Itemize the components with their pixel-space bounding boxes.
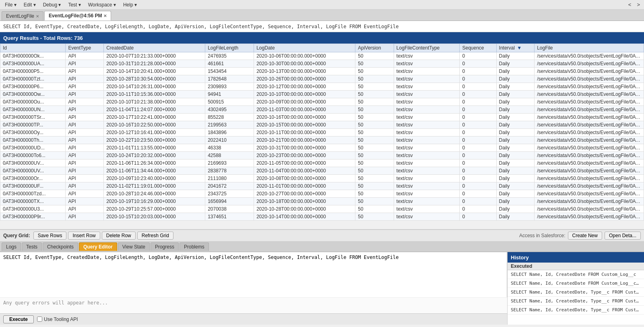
- table-row[interactable]: 0AT3H000000TX...API2020-10-19T10:16:29.0…: [0, 198, 644, 205]
- execute-button[interactable]: Execute: [3, 315, 34, 323]
- query-execute-bar: Execute Use Tooling API: [0, 313, 507, 325]
- tab-eventlogfile-time-close[interactable]: ✕: [103, 14, 107, 18]
- table-row[interactable]: 0AT3H000000TP...API2020-10-16T10:22:50.0…: [0, 121, 644, 129]
- table-row[interactable]: 0AT3H000000Or...API2020-10-09T10:23:40.0…: [0, 175, 644, 182]
- table-cell: 50: [355, 167, 394, 175]
- table-cell: Daily: [496, 114, 535, 121]
- tab-tests[interactable]: Tests: [22, 242, 42, 251]
- insert-row-button[interactable]: Insert Row: [68, 232, 100, 240]
- table-row[interactable]: 0AT3H000000UA...API2020-10-31T10:21:28.0…: [0, 60, 644, 68]
- table-cell: API: [66, 75, 104, 83]
- tab-problems[interactable]: Problems: [180, 242, 209, 251]
- table-row[interactable]: 0AT3H000000P6...API2020-10-14T10:26:31.0…: [0, 83, 644, 91]
- tab-eventlogfile-close[interactable]: ✕: [36, 14, 39, 19]
- col-createddate[interactable]: CreatedDate: [104, 44, 205, 52]
- table-row[interactable]: 0AT3H000000Oy...API2020-10-12T10:16:41.0…: [0, 129, 644, 137]
- table-cell: 2020-11-05T00:00:00.000+0000: [254, 159, 355, 167]
- table-cell: 46338: [205, 144, 254, 152]
- col-sequence[interactable]: Sequence: [460, 44, 496, 52]
- col-eventtype[interactable]: EventType: [66, 44, 104, 52]
- table-row[interactable]: 0AT3H000000P5...API2020-10-14T10:20:41.0…: [0, 68, 644, 75]
- menu-edit[interactable]: Edit ▾: [21, 1, 39, 8]
- tab-logs[interactable]: Logs: [2, 242, 21, 251]
- table-row[interactable]: 0AT3H000000UV...API2020-11-06T11:26:34.0…: [0, 159, 644, 167]
- table-cell: 2838778: [205, 167, 254, 175]
- col-id[interactable]: Id: [0, 44, 66, 52]
- table-row[interactable]: 0AT3H000000Ou...API2020-10-10T10:21:38.0…: [0, 98, 644, 106]
- query-section: SELECT Id, EventType, CreatedDate, LogFi…: [0, 252, 644, 325]
- table-cell: 2041672: [205, 182, 254, 190]
- menu-workspace[interactable]: Workspace ▾: [85, 1, 119, 8]
- results-header-text: Query Results - Total Rows: 736: [3, 35, 83, 41]
- table-cell: Daily: [496, 167, 535, 175]
- refresh-grid-button[interactable]: Refresh Grid: [137, 232, 173, 240]
- tab-eventlogfile-time[interactable]: EventLogFile@4:56 PM ✕: [44, 11, 111, 21]
- table-cell: /services/data/v50.0/sobjects/EventLogFi…: [535, 83, 644, 91]
- table-row[interactable]: 0AT3H000000UF...API2020-11-02T11:19:01.0…: [0, 182, 644, 190]
- table-row[interactable]: 0AT3H000000UN...API2020-11-04T11:24:07.0…: [0, 106, 644, 114]
- table-row[interactable]: 0AT3H000000Th...API2020-10-22T10:23:50.0…: [0, 137, 644, 144]
- table-cell: /services/data/v50.0/sobjects/EventLogFi…: [535, 167, 644, 175]
- col-interval[interactable]: Interval ▼: [496, 44, 535, 52]
- table-cell: 855228: [205, 114, 254, 121]
- history-item[interactable]: SELECT Name, Id, CreatedDate FROM Custom…: [508, 279, 644, 288]
- tab-progress[interactable]: Progress: [151, 242, 179, 251]
- tab-eventlogfile[interactable]: EventLogFile ✕: [2, 11, 43, 21]
- history-item[interactable]: SELECT Name, Id, CreatedDate, Type__c FR…: [508, 306, 644, 315]
- table-cell: Daily: [496, 121, 535, 129]
- menu-help[interactable]: Help ▾: [120, 1, 140, 8]
- table-cell: 1543454: [205, 68, 254, 75]
- table-cell: API: [66, 91, 104, 98]
- col-apiversion[interactable]: ApiVersion: [355, 44, 394, 52]
- table-row[interactable]: 0AT3H000000P9r...API2020-10-15T10:20:03.…: [0, 213, 644, 221]
- create-new-button[interactable]: Create New: [568, 232, 602, 240]
- table-cell: 2020-10-10T00:00:00.000+0000: [254, 91, 355, 98]
- open-detail-button[interactable]: Open Deta...: [605, 232, 641, 240]
- table-row[interactable]: 0AT3H000000UD...API2020-11-01T11:13:55.0…: [0, 144, 644, 152]
- table-cell: Daily: [496, 137, 535, 144]
- table-cell: API: [66, 190, 104, 198]
- tooling-api-label[interactable]: Use Tooling API: [37, 317, 78, 322]
- menu-test[interactable]: Test ▾: [65, 1, 84, 8]
- table-cell: 2020-10-16T00:00:00.000+0000: [254, 114, 355, 121]
- tab-checkpoints[interactable]: Checkpoints: [43, 242, 78, 251]
- col-logfile[interactable]: LogFile: [535, 44, 644, 52]
- table-cell: 0: [460, 182, 496, 190]
- table-row[interactable]: 0AT3H000000Tzt...API2020-10-28T10:30:54.…: [0, 75, 644, 83]
- col-logdate[interactable]: LogDate: [254, 44, 355, 52]
- table-cell: /services/data/v50.0/sobjects/EventLogFi…: [535, 205, 644, 213]
- history-item[interactable]: SELECT Name, Id, CreatedDate, Type__c FR…: [508, 297, 644, 306]
- table-cell: 0AT3H000000To6...: [0, 152, 66, 159]
- history-item[interactable]: SELECT Name, Id, CreatedDate FROM Custom…: [508, 270, 644, 279]
- table-cell: 50: [355, 121, 394, 129]
- table-cell: 0AT3H000000P6...: [0, 83, 66, 91]
- table-row[interactable]: 0AT3H000000Tzd...API2020-10-28T10:24:46.…: [0, 190, 644, 198]
- tooling-api-checkbox[interactable]: [37, 317, 42, 322]
- tab-view-state[interactable]: View State: [118, 242, 150, 251]
- table-cell: 50: [355, 68, 394, 75]
- tab-query-editor[interactable]: Query Editor: [79, 242, 117, 251]
- table-row[interactable]: 0AT3H000000U3...API2020-10-29T10:25:57.0…: [0, 205, 644, 213]
- table-row[interactable]: 0AT3H000000To6...API2020-10-24T10:20:32.…: [0, 152, 644, 159]
- col-logfilecontenttype[interactable]: LogFileContentType: [394, 44, 460, 52]
- query-input[interactable]: SELECT Id, EventType, CreatedDate, LogFi…: [0, 252, 507, 297]
- table-cell: 0AT3H000000Th...: [0, 137, 66, 144]
- grid-container[interactable]: Id EventType CreatedDate LogFileLength L…: [0, 43, 644, 230]
- menu-debug[interactable]: Debug ▾: [40, 1, 64, 8]
- menu-file[interactable]: File ▾: [2, 1, 20, 8]
- table-row[interactable]: 0AT3H000000UV...API2020-11-06T11:34:44.0…: [0, 167, 644, 175]
- save-rows-button[interactable]: Save Rows: [33, 232, 67, 240]
- table-row[interactable]: 0AT3H000000Ok...API2020-10-07T10:21:33.0…: [0, 52, 644, 60]
- nav-next[interactable]: >: [634, 1, 642, 8]
- table-cell: 0AT3H000000UN...: [0, 106, 66, 114]
- nav-prev[interactable]: <: [626, 1, 634, 8]
- table-row[interactable]: 0AT3H000000TSr...API2020-10-17T10:22:41.…: [0, 114, 644, 121]
- history-item[interactable]: SELECT Name, Id, CreatedDate, Type__c FR…: [508, 288, 644, 297]
- table-cell: API: [66, 106, 104, 114]
- table-cell: /services/data/v50.0/sobjects/EventLogFi…: [535, 114, 644, 121]
- table-cell: 50: [355, 213, 394, 221]
- col-logfilelength[interactable]: LogFileLength: [205, 44, 254, 52]
- delete-row-button[interactable]: Delete Row: [102, 232, 136, 240]
- table-row[interactable]: 0AT3H000000Ow...API2020-10-11T10:15:36.0…: [0, 91, 644, 98]
- table-cell: 2343725: [205, 190, 254, 198]
